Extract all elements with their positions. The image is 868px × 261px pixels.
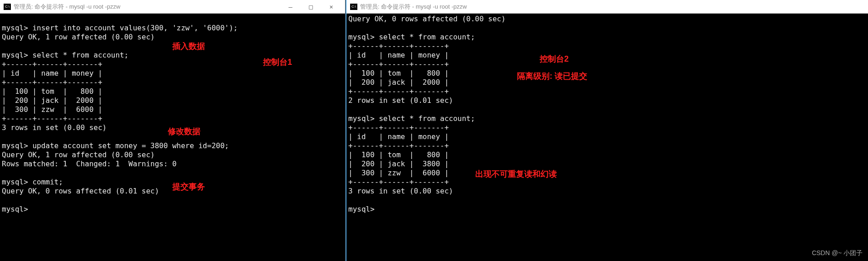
annotation-phantom: 出现不可重复读和幻读 bbox=[475, 169, 557, 179]
window-title-2: 管理员: 命令提示符 - mysql -u root -pzzw bbox=[360, 3, 864, 11]
annotation-insert: 插入数据 bbox=[172, 41, 205, 52]
close-button[interactable]: × bbox=[321, 0, 341, 14]
cmd-icon: C:\ bbox=[4, 4, 11, 10]
annotation-commit: 提交事务 bbox=[172, 181, 205, 192]
annotation-console1: 控制台1 bbox=[263, 57, 292, 68]
window-controls-1: — □ × bbox=[280, 0, 341, 14]
console-window-2: C:\ 管理员: 命令提示符 - mysql -u root -pzzw Que… bbox=[346, 0, 868, 261]
maximize-button[interactable]: □ bbox=[301, 0, 321, 14]
terminal-output-2[interactable]: Query OK, 0 rows affected (0.00 sec) mys… bbox=[346, 14, 868, 261]
watermark: CSDN @~ 小团子 bbox=[812, 249, 863, 257]
titlebar-1: C:\ 管理员: 命令提示符 - mysql -u root -pzzw — □… bbox=[0, 0, 345, 14]
titlebar-2: C:\ 管理员: 命令提示符 - mysql -u root -pzzw bbox=[346, 0, 868, 14]
annotation-isolation: 隔离级别: 读已提交 bbox=[517, 71, 587, 82]
cmd-icon: C:\ bbox=[350, 4, 357, 10]
annotation-update: 修改数据 bbox=[168, 126, 200, 137]
minimize-button[interactable]: — bbox=[280, 0, 301, 14]
window-title-1: 管理员: 命令提示符 - mysql -u root -pzzw bbox=[14, 3, 280, 11]
annotation-console2: 控制台2 bbox=[540, 53, 569, 64]
